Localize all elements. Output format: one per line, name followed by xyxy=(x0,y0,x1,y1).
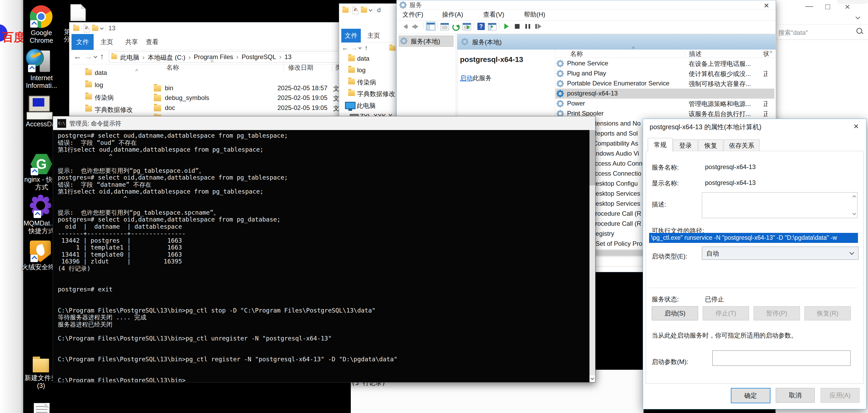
menu-help[interactable]: 帮助(H) xyxy=(524,10,545,19)
stop-button[interactable]: 停止(T) xyxy=(703,306,749,320)
service-row[interactable]: Phone Service 在设备上管理电话服... xyxy=(555,59,774,69)
maximize-icon[interactable]: □ xyxy=(825,2,830,11)
column-divider[interactable] xyxy=(283,62,284,73)
list-scroll-up-icon[interactable]: ^ xyxy=(770,50,772,57)
service-row[interactable]: Plug and Play 使计算机在极少或没... 正在运行 xyxy=(555,69,774,78)
folder-icon[interactable] xyxy=(361,7,367,13)
tab-home[interactable]: 主页 xyxy=(364,29,383,42)
path-value-selected[interactable]: \pg_ctl.exe" runservice -N "postgresql-x… xyxy=(649,233,858,243)
document-icon[interactable] xyxy=(34,403,50,413)
list-item-log[interactable]: log xyxy=(357,66,366,74)
tab-share[interactable]: 共享 xyxy=(124,34,140,50)
address-bar[interactable]: 此电脑本地磁盘 (C:)Program FilesPostgreSQL13 xyxy=(109,52,367,63)
column-header-name[interactable]: 名称 xyxy=(166,63,179,72)
list-item-data[interactable]: data xyxy=(357,55,370,62)
chevron-down-icon[interactable] xyxy=(855,14,860,19)
history-dropdown-icon[interactable] xyxy=(358,46,362,49)
tab-file[interactable]: 文件 xyxy=(341,29,361,42)
properties-button[interactable] xyxy=(440,22,450,31)
start-service-link[interactable]: 启动 xyxy=(460,74,473,82)
service-row-selected[interactable]: postgresql-x64-13 xyxy=(555,89,774,99)
sidebar-item-zidian[interactable]: 字典数据修改 xyxy=(95,105,133,114)
sidebar-item-data[interactable]: data xyxy=(95,69,107,76)
terminal-body[interactable]: postgres=# select oud,datname,dattablesp… xyxy=(53,130,595,382)
up-icon[interactable]: ↑ xyxy=(100,52,104,61)
column-header-name[interactable]: 名称 xyxy=(570,50,583,58)
pause-button[interactable]: 暂停(P) xyxy=(753,306,800,320)
tab-general[interactable]: 常规 xyxy=(648,138,673,151)
list-item-zidian[interactable]: 字典数据修改 xyxy=(357,90,399,98)
folder-icon[interactable] xyxy=(73,26,80,31)
column-header-status[interactable]: 状 xyxy=(763,50,769,58)
search-icon[interactable] xyxy=(857,28,862,34)
list-item-this-pc[interactable]: 此电脑 xyxy=(356,101,376,110)
service-row[interactable]: Power 管理电源策略和电源... 正在运行 xyxy=(555,99,774,109)
ok-button[interactable]: 确定 xyxy=(731,388,770,403)
forward-icon[interactable]: → xyxy=(351,44,358,52)
tree-item-services-local[interactable]: 服务(本地) xyxy=(399,36,454,47)
minimize-icon[interactable]: — xyxy=(805,2,813,10)
qat-dropdown-icon[interactable] xyxy=(100,26,104,30)
terminal-scrollbar[interactable] xyxy=(589,130,595,382)
column-header-desc[interactable]: 描述 xyxy=(689,50,702,58)
description-textarea[interactable] xyxy=(702,192,858,218)
tab-dependencies[interactable]: 依存关系 xyxy=(724,139,760,151)
forward-button[interactable] xyxy=(411,22,421,31)
folder-icon[interactable] xyxy=(92,26,98,31)
list-item-chuanranbing[interactable]: 传染病 xyxy=(357,78,376,87)
help-button[interactable] xyxy=(476,22,486,31)
column-header-date[interactable]: 修改日期 xyxy=(288,63,313,72)
terminal-titlebar[interactable]: C:\ 管理员: 命令提示符 xyxy=(53,116,595,130)
breadcrumb-item[interactable]: 此电脑 xyxy=(120,53,148,62)
show-action-pane-button[interactable] xyxy=(488,22,497,31)
pause-service-button[interactable] xyxy=(523,22,533,31)
menu-view[interactable]: 查看(V) xyxy=(483,10,504,19)
breadcrumb-item[interactable]: 13 xyxy=(285,53,292,62)
forward-icon[interactable]: → xyxy=(85,52,93,61)
tab-recovery[interactable]: 恢复 xyxy=(699,139,723,151)
folder-icon[interactable] xyxy=(342,7,349,13)
start-params-input[interactable] xyxy=(712,350,850,366)
cancel-button[interactable]: 取消 xyxy=(776,388,815,403)
stop-service-button[interactable] xyxy=(513,22,522,31)
tab-logon[interactable]: 登录 xyxy=(673,139,698,151)
up-icon[interactable]: ↑ xyxy=(365,44,368,52)
menu-action[interactable]: 操作(A) xyxy=(442,10,463,19)
document-icon-top[interactable] xyxy=(70,4,86,21)
back-icon[interactable]: ← xyxy=(342,44,349,52)
breadcrumb-item[interactable]: 本地磁盘 (C:) xyxy=(148,53,194,62)
history-dropdown-icon[interactable] xyxy=(94,55,97,58)
search-input[interactable]: 搜索"data" xyxy=(778,29,808,37)
desktop-icon-iis[interactable]: Internet Informati... xyxy=(21,48,62,91)
close-icon[interactable]: × xyxy=(854,121,859,131)
sidebar-item-chuanranbing[interactable]: 传染病 xyxy=(95,93,114,102)
sidebar-item-log[interactable]: log xyxy=(95,81,103,89)
menu-file[interactable]: 文件(F) xyxy=(402,10,423,19)
back-button[interactable] xyxy=(400,22,410,31)
sidebar-scroll-up-icon[interactable]: ^ xyxy=(135,68,138,75)
start-service-button[interactable] xyxy=(502,22,512,31)
column-divider[interactable] xyxy=(761,47,762,58)
back-icon[interactable]: ← xyxy=(73,52,82,61)
apply-button[interactable]: 应用(A) xyxy=(820,388,860,403)
export-list-button[interactable] xyxy=(462,22,472,31)
desktop-icon-chrome[interactable]: Google Chrome xyxy=(22,5,61,47)
scroll-down-box[interactable] xyxy=(589,375,595,382)
tab-view[interactable]: 查看 xyxy=(144,34,160,50)
resume-button[interactable]: 恢复(R) xyxy=(804,306,851,320)
restart-service-button[interactable] xyxy=(534,22,543,31)
breadcrumb-item[interactable]: PostgreSQL xyxy=(242,53,285,62)
show-console-tree-button[interactable] xyxy=(426,21,436,31)
service-row[interactable]: Portable Device Enumerator Service 强制可移动… xyxy=(555,78,774,89)
qat-dropdown-icon[interactable] xyxy=(369,8,372,11)
scrollbar-thumb[interactable] xyxy=(589,130,595,185)
tab-home[interactable]: 主页 xyxy=(99,34,115,50)
column-divider[interactable] xyxy=(685,47,685,58)
start-button[interactable]: 启动(S) xyxy=(652,306,698,320)
scroll-down-icon[interactable] xyxy=(852,212,856,215)
startup-type-select[interactable]: 自动 xyxy=(702,247,859,260)
tab-file[interactable]: 文件 xyxy=(71,34,94,50)
scroll-up-icon[interactable] xyxy=(852,195,856,199)
breadcrumb-item[interactable]: Program Files xyxy=(194,53,242,62)
refresh-button[interactable] xyxy=(451,22,461,31)
